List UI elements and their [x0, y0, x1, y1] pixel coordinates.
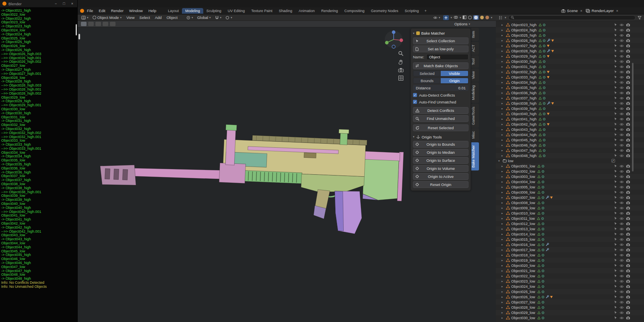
expand-arrow-icon[interactable]: ▸ [502, 76, 505, 79]
disable-render-camera-icon[interactable] [626, 101, 630, 105]
disable-render-camera-icon[interactable] [626, 211, 630, 215]
disable-render-camera-icon[interactable] [626, 107, 630, 110]
hide-viewport-eye-icon[interactable] [619, 280, 624, 283]
hide-viewport-eye-icon[interactable] [619, 91, 624, 95]
maximize-icon[interactable]: □ [63, 2, 65, 6]
expand-arrow-icon[interactable]: ▸ [502, 201, 505, 204]
disable-render-camera-icon[interactable] [626, 180, 630, 184]
outliner-row[interactable]: ▸ Object036_high [496, 90, 644, 95]
outliner-row[interactable]: ▸ Object030_high [496, 59, 644, 64]
hide-viewport-eye-icon[interactable] [619, 29, 624, 32]
view-layer-selector[interactable]: RenderLayer × [586, 8, 619, 13]
selectable-icon[interactable] [614, 164, 617, 168]
disable-render-camera-icon[interactable] [626, 227, 630, 231]
editor-type-selector[interactable]: ▾ [80, 16, 90, 20]
hide-viewport-eye-icon[interactable] [619, 55, 624, 58]
remove-view-layer-icon[interactable]: × [615, 9, 619, 13]
selectable-icon[interactable] [614, 248, 617, 252]
outliner-row[interactable]: ▸ Object048_high [496, 153, 644, 158]
disable-render-camera-icon[interactable] [626, 128, 630, 131]
outliner-row[interactable]: ▸ Object023_high [496, 22, 644, 27]
selectable-icon[interactable] [614, 264, 617, 267]
outliner-row[interactable]: ▸ Object013_low [496, 226, 644, 231]
outliner-row[interactable]: ▸ Object024_low [496, 284, 644, 289]
hide-viewport-eye-icon[interactable] [619, 201, 624, 204]
outliner-row[interactable]: ▸ Object016_low [496, 242, 644, 247]
hide-viewport-eye-icon[interactable] [619, 259, 624, 262]
disable-render-camera-icon[interactable] [626, 65, 630, 68]
selectable-icon[interactable] [614, 96, 617, 100]
hide-viewport-eye-icon[interactable] [619, 269, 624, 272]
expand-arrow-icon[interactable]: ▸ [502, 154, 505, 157]
disable-render-camera-icon[interactable] [626, 258, 630, 262]
outliner-row[interactable]: ▸ Object035_high [496, 85, 644, 90]
selectable-icon[interactable] [614, 49, 617, 53]
hide-viewport-eye-icon[interactable] [619, 186, 624, 189]
disable-render-camera-icon[interactable] [626, 138, 630, 142]
outliner-row[interactable]: ▸ Object029_low [496, 310, 644, 315]
hide-viewport-eye-icon[interactable] [619, 60, 624, 63]
hide-viewport-eye-icon[interactable] [619, 254, 624, 257]
expand-arrow-icon[interactable]: ▸ [502, 206, 505, 210]
outliner-row[interactable]: ▸ Object045_high [496, 137, 644, 142]
distance-field[interactable]: Distance 0.01 [413, 85, 469, 91]
workspace-tab-sculpting[interactable]: Sculpting [203, 8, 225, 14]
outliner-row[interactable]: ▸ Object029_high [496, 54, 644, 59]
outliner-row[interactable]: ▸ Object015_low [496, 237, 644, 242]
selectable-icon[interactable] [614, 232, 617, 236]
material-shading-button[interactable] [480, 16, 484, 19]
selectable-icon[interactable] [614, 60, 617, 63]
orientation-dropdown[interactable]: Global ▾ [196, 15, 213, 20]
xray-toggle[interactable] [462, 15, 466, 20]
match-selected-option[interactable]: Selected [413, 71, 441, 76]
outliner-row[interactable]: ▸ Object009_low [496, 205, 644, 211]
hide-viewport-eye-icon[interactable] [619, 70, 624, 74]
workspace-tab-geometry-nodes[interactable]: Geometry Nodes [367, 8, 401, 14]
outliner-row[interactable]: ▸ Object028_high [496, 48, 644, 54]
menu-window[interactable]: Window [126, 8, 146, 13]
disable-render-camera-icon[interactable] [626, 300, 630, 304]
disable-render-camera-icon[interactable] [626, 253, 630, 257]
selectable-icon[interactable] [614, 65, 617, 68]
hide-viewport-eye-icon[interactable] [619, 165, 624, 168]
disable-render-camera-icon[interactable] [626, 86, 630, 89]
unlink-scene-icon[interactable]: × [580, 9, 583, 13]
hide-viewport-eye-icon[interactable] [619, 227, 624, 231]
expand-arrow-icon[interactable]: ▸ [502, 91, 505, 95]
menu-edit[interactable]: Edit [96, 8, 108, 13]
disable-render-camera-icon[interactable] [626, 185, 630, 189]
sidebar-tab-act[interactable]: ACT [471, 42, 479, 55]
hide-viewport-eye-icon[interactable] [619, 222, 624, 225]
disable-render-camera-icon[interactable] [626, 232, 630, 236]
hide-viewport-eye-icon[interactable] [619, 238, 624, 241]
wireframe-shading-button[interactable] [468, 16, 472, 19]
outliner-row[interactable]: ▸ Object038_high [496, 101, 644, 106]
expand-arrow-icon[interactable]: ▸ [502, 65, 505, 68]
camera-view-icon[interactable] [398, 68, 404, 72]
workspace-tab-shading[interactable]: Shading [276, 8, 295, 14]
hide-viewport-eye-icon[interactable] [619, 144, 624, 147]
origin-to-volume-button[interactable]: Origin to Volume [413, 165, 469, 172]
hide-viewport-eye-icon[interactable] [619, 50, 624, 53]
sidebar-tab-modeling[interactable]: Modeling [471, 83, 479, 103]
disable-render-camera-icon[interactable] [626, 49, 630, 53]
selectable-icon[interactable] [614, 169, 617, 173]
selectable-icon[interactable] [614, 222, 617, 225]
outliner-row[interactable]: ▸ Object046_high [496, 142, 644, 148]
expand-arrow-icon[interactable]: ▸ [502, 222, 505, 225]
outliner-row[interactable]: ▸ Object034_high [496, 80, 644, 85]
selectable-icon[interactable] [614, 39, 617, 42]
collection-row-low[interactable]: ▾ low ✓ [496, 158, 644, 163]
expand-arrow-icon[interactable]: ▸ [502, 81, 505, 84]
outliner-row[interactable]: ▸ Object041_high [496, 116, 644, 122]
disable-render-camera-icon[interactable] [626, 154, 630, 157]
expand-arrow-icon[interactable]: ▸ [502, 39, 505, 42]
outliner-row[interactable]: ▸ Object021_low [496, 268, 644, 273]
workspace-tab-uv-editing[interactable]: UV Editing [225, 8, 248, 14]
origin-to-median-button[interactable]: Origin to Median [413, 149, 469, 156]
sidebar-tab-view[interactable]: View [471, 68, 479, 82]
expand-arrow-icon[interactable]: ▸ [502, 306, 505, 309]
expand-arrow-icon[interactable]: ▸ [502, 196, 505, 199]
solid-shading-button[interactable] [473, 15, 479, 20]
hide-viewport-eye-icon[interactable] [619, 275, 624, 278]
